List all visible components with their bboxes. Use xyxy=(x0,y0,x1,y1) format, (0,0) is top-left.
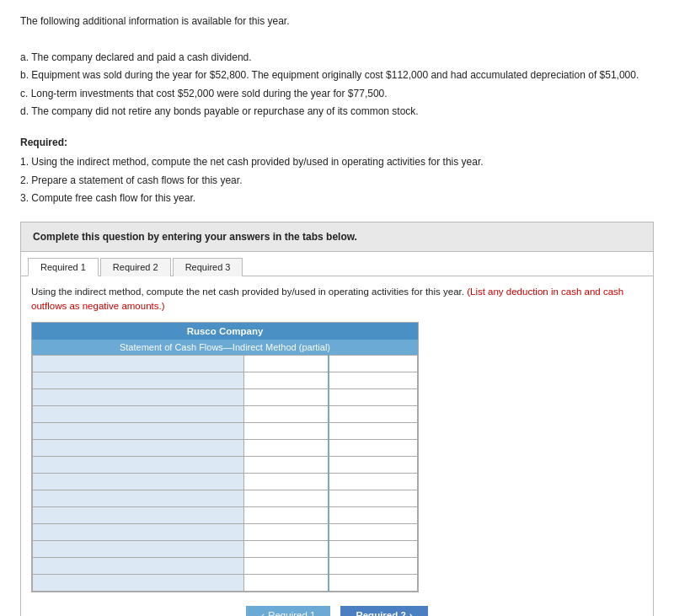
table-cell-3-2[interactable] xyxy=(329,406,417,423)
table-cell-10-1[interactable] xyxy=(244,524,329,541)
table-cell-3-1[interactable] xyxy=(244,406,329,423)
cash-flow-table-wrapper: Rusco Company Statement of Cash Flows—In… xyxy=(31,322,419,592)
table-header: Rusco Company xyxy=(32,323,418,340)
table-cell-13-1[interactable] xyxy=(244,575,329,592)
table-cell-12-0 xyxy=(33,558,244,575)
table-cell-7-1[interactable] xyxy=(244,474,329,490)
question-box: Complete this question by entering your … xyxy=(20,222,654,252)
table-cell-0-0 xyxy=(33,356,244,372)
note-a: a. The company declared and paid a cash … xyxy=(20,49,654,66)
table-cell-2-1[interactable] xyxy=(244,389,329,406)
tabs-row: Required 1 Required 2 Required 3 xyxy=(21,252,653,276)
table-cell-5-1[interactable] xyxy=(244,440,329,457)
next-button[interactable]: Required 2 › xyxy=(340,606,427,616)
tab-description: Using the indirect method, compute the n… xyxy=(31,285,643,314)
table-row[interactable] xyxy=(33,558,418,575)
table-cell-4-1[interactable] xyxy=(244,423,329,440)
table-cell-7-2[interactable] xyxy=(329,474,417,490)
table-row[interactable] xyxy=(33,423,418,440)
table-cell-12-1[interactable] xyxy=(244,558,329,575)
table-cell-4-0 xyxy=(33,423,244,440)
table-cell-2-0 xyxy=(33,389,244,406)
next-icon: › xyxy=(409,610,413,616)
table-row[interactable] xyxy=(33,524,418,541)
tab-required-1[interactable]: Required 1 xyxy=(28,258,99,276)
note-d: d. The company did not retire any bonds … xyxy=(20,103,654,120)
table-row[interactable] xyxy=(33,575,418,592)
table-cell-13-2[interactable] xyxy=(329,575,417,592)
table-cell-0-1[interactable] xyxy=(244,356,329,372)
prev-icon: ‹ xyxy=(261,610,265,616)
table-cell-2-2[interactable] xyxy=(329,389,417,406)
question-box-text: Complete this question by entering your … xyxy=(33,231,641,243)
notes-section: a. The company declared and paid a cash … xyxy=(20,49,654,121)
table-cell-12-2[interactable] xyxy=(329,558,417,575)
table-cell-13-0 xyxy=(33,575,244,592)
table-cell-11-0 xyxy=(33,541,244,558)
tab-required-3[interactable]: Required 3 xyxy=(173,258,243,276)
table-cell-8-2[interactable] xyxy=(329,490,417,507)
table-cell-0-2[interactable] xyxy=(329,356,417,372)
table-cell-9-1[interactable] xyxy=(244,507,329,524)
data-table xyxy=(32,355,418,592)
table-cell-7-0 xyxy=(33,474,244,490)
tab-required-2[interactable]: Required 2 xyxy=(100,258,171,276)
required-item-1: 1. Using the indirect method, compute th… xyxy=(20,153,654,172)
prev-label: Required 1 xyxy=(268,610,315,616)
table-cell-5-2[interactable] xyxy=(329,440,417,457)
table-cell-1-2[interactable] xyxy=(329,372,417,389)
table-cell-10-0 xyxy=(33,524,244,541)
table-cell-1-1[interactable] xyxy=(244,372,329,389)
table-row[interactable] xyxy=(33,356,418,372)
table-row[interactable] xyxy=(33,389,418,406)
required-item-2: 2. Prepare a statement of cash flows for… xyxy=(20,172,654,190)
table-row[interactable] xyxy=(33,372,418,389)
table-cell-5-0 xyxy=(33,440,244,457)
note-c: c. Long-term investments that cost $52,0… xyxy=(20,85,654,102)
tab-description-main: Using the indirect method, compute the n… xyxy=(31,287,464,297)
table-cell-6-2[interactable] xyxy=(329,457,417,474)
table-subheader: Statement of Cash Flows—Indirect Method … xyxy=(32,340,418,355)
table-row[interactable] xyxy=(33,474,418,490)
required-section: Required: 1. Using the indirect method, … xyxy=(20,134,654,208)
table-row[interactable] xyxy=(33,457,418,474)
next-label: Required 2 xyxy=(356,610,405,616)
note-b: b. Equipment was sold during the year fo… xyxy=(20,67,654,83)
table-cell-1-0 xyxy=(33,372,244,389)
table-cell-6-1[interactable] xyxy=(244,457,329,474)
table-cell-9-2[interactable] xyxy=(329,507,417,524)
table-cell-11-1[interactable] xyxy=(244,541,329,558)
table-cell-4-2[interactable] xyxy=(329,423,417,440)
table-row[interactable] xyxy=(33,440,418,457)
table-cell-10-2[interactable] xyxy=(329,524,417,541)
table-cell-3-0 xyxy=(33,406,244,423)
table-row[interactable] xyxy=(33,541,418,558)
table-cell-8-0 xyxy=(33,490,244,507)
table-cell-9-0 xyxy=(33,507,244,524)
nav-buttons: ‹ Required 1 Required 2 › xyxy=(31,606,643,616)
required-item-3: 3. Compute free cash flow for this year. xyxy=(20,190,654,208)
table-row[interactable] xyxy=(33,490,418,507)
table-row[interactable] xyxy=(33,507,418,524)
table-cell-11-2[interactable] xyxy=(329,541,417,558)
tabs-container: Required 1 Required 2 Required 3 Using t… xyxy=(20,252,654,616)
table-cell-8-1[interactable] xyxy=(244,490,329,507)
tab-content: Using the indirect method, compute the n… xyxy=(21,276,653,616)
intro-text: The following additional information is … xyxy=(20,15,654,27)
prev-button[interactable]: ‹ Required 1 xyxy=(246,606,330,616)
table-row[interactable] xyxy=(33,406,418,423)
table-cell-6-0 xyxy=(33,457,244,474)
required-title: Required: xyxy=(20,134,654,153)
